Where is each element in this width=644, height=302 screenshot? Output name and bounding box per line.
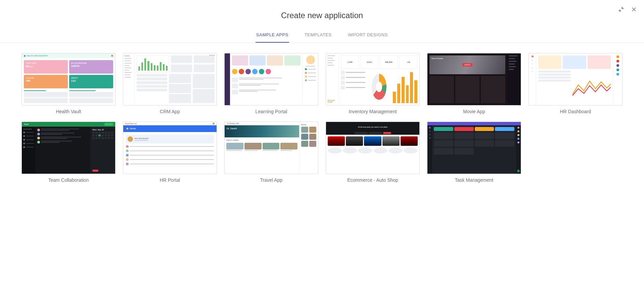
- modal-header: Create new application SAMPLE APPS TEMPL…: [0, 0, 644, 43]
- modal-title: Create new application: [0, 11, 644, 20]
- sample-apps-grid-wrap: HEALTH CARE ASSISTANT HEART RATE82 bpm B…: [0, 43, 644, 193]
- card-label: Health Vault: [21, 109, 116, 114]
- sample-app-card[interactable]: HR Dashboard: [528, 53, 623, 114]
- sample-app-card[interactable]: Task Management: [427, 122, 521, 183]
- card-thumbnail: TEAM: [21, 122, 116, 174]
- card-label: Learning Portal: [224, 109, 318, 114]
- create-application-modal: Create new application SAMPLE APPS TEMPL…: [0, 0, 644, 193]
- card-label: Movie App: [427, 109, 521, 114]
- sample-app-card[interactable]: HEALTH CARE ASSISTANT HEART RATE82 bpm B…: [21, 53, 116, 114]
- card-label: HR Dashboard: [528, 109, 623, 114]
- sample-app-card[interactable]: All the auto parts you need in one place: [326, 122, 420, 183]
- card-thumbnail: [224, 53, 318, 105]
- card-thumbnail: [528, 53, 623, 105]
- modal-tabs: SAMPLE APPS TEMPLATES IMPORT DESIGNS: [0, 29, 644, 43]
- tab-import-designs[interactable]: IMPORT DESIGNS: [347, 29, 388, 43]
- card-label: HR Portal: [123, 177, 217, 183]
- tab-sample-apps[interactable]: SAMPLE APPS: [256, 29, 289, 43]
- sample-app-card[interactable]: TEAM: [21, 122, 116, 183]
- card-label: Travel App: [224, 177, 318, 183]
- sample-app-card[interactable]: Movie Premiere WATCH: [427, 53, 521, 114]
- sample-app-card[interactable]: CRM App: [123, 53, 217, 114]
- tab-templates[interactable]: TEMPLATES: [304, 29, 332, 43]
- card-thumbnail: 🧭 TRAVEL APP Hi, Sarah! Latest in articl…: [224, 122, 318, 174]
- sample-apps-grid: HEALTH CARE ASSISTANT HEART RATE82 bpm B…: [21, 53, 623, 183]
- card-thumbnail: [427, 122, 521, 174]
- card-label: Ecommerce - Auto Shop: [326, 177, 420, 183]
- card-thumbnail: All the auto parts you need in one place: [326, 122, 420, 174]
- card-thumbnail: Movie Premiere WATCH: [427, 53, 521, 105]
- sample-app-card[interactable]: Royal Team Inc 🏠 Home Erin Brockovich: [123, 122, 217, 183]
- sample-app-card[interactable]: TRACKINSTUFF 1,236 3,612 $35,000 +10: [326, 53, 420, 114]
- card-label: Task Management: [427, 177, 521, 183]
- card-label: Inventory Management: [326, 109, 420, 114]
- card-thumbnail: [123, 53, 217, 105]
- sample-app-card[interactable]: Learning Portal: [224, 53, 318, 114]
- card-label: Team Collaboration: [21, 177, 116, 183]
- sample-app-card[interactable]: 🧭 TRAVEL APP Hi, Sarah! Latest in articl…: [224, 122, 318, 183]
- card-thumbnail: Royal Team Inc 🏠 Home Erin Brockovich: [123, 122, 217, 174]
- card-thumbnail: TRACKINSTUFF 1,236 3,612 $35,000 +10: [326, 53, 420, 105]
- card-label: CRM App: [123, 109, 217, 114]
- card-thumbnail: HEALTH CARE ASSISTANT HEART RATE82 bpm B…: [21, 53, 116, 105]
